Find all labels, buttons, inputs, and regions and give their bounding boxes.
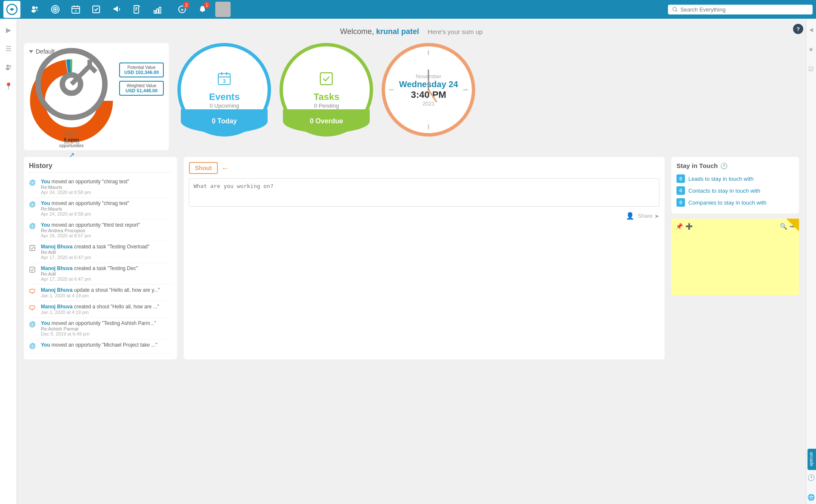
events-today: 0 Today <box>181 109 268 133</box>
pin-icon[interactable]: 📌 <box>676 223 683 230</box>
shout-avatar-icon: 👤 <box>626 212 634 220</box>
shout-footer: 👤 Share ➤ <box>189 212 659 220</box>
history-content: You moved an opportunity "chirag test" R… <box>41 179 172 195</box>
donut-pct-label: 1063% <box>29 131 114 137</box>
history-item: Manoj Bhuva created a task "Testing Over… <box>29 241 172 263</box>
events-widget[interactable]: 3 Events 0 Upcoming 0 Today <box>177 43 271 137</box>
donut-center-sub: opportunities <box>29 143 114 149</box>
welcome-name: krunal patel <box>376 27 419 36</box>
right-sidebar-check[interactable]: ☑ <box>805 62 816 76</box>
svg-point-46 <box>30 180 35 185</box>
shout-input[interactable] <box>189 178 659 207</box>
sidebar-location-btn[interactable]: 📍 <box>2 79 15 93</box>
top-navigation: 3 ★ 3 <box>0 0 816 19</box>
stay-badge-count: 0 <box>676 174 685 183</box>
potential-label: Potential Value <box>124 65 159 70</box>
svg-point-66 <box>30 344 35 349</box>
sticky-note: 📌 ➕ 🔍 ➡ <box>671 219 799 295</box>
stay-touch-link[interactable]: Contacts to stay in touch with <box>688 188 760 194</box>
svg-line-68 <box>32 343 33 343</box>
nav-calendar-btn[interactable]: 3 <box>66 0 85 19</box>
nav-chart-btn[interactable] <box>148 0 167 19</box>
clock-widget-wrapper: November Wednesday 24 3:40 PM 2021 <box>382 43 475 137</box>
history-type-icon <box>29 245 37 253</box>
nav-people-btn[interactable] <box>26 0 44 19</box>
svg-rect-39 <box>320 73 332 85</box>
stay-touch-link[interactable]: Leads to stay in touch with <box>688 176 753 182</box>
svg-text:3: 3 <box>75 9 77 12</box>
svg-point-23 <box>673 7 676 11</box>
donut-chart[interactable]: 1063% 6 open opportunities ↗ <box>29 58 114 143</box>
events-title: Events <box>209 91 240 103</box>
logo[interactable] <box>3 1 20 18</box>
arcade-badge[interactable]: arcade <box>807 449 816 470</box>
weighted-value-box: Weighted Value USD 51,448.00 <box>119 81 164 96</box>
shout-header: Shout ← <box>189 162 659 174</box>
sticky-corner-fold <box>786 219 799 231</box>
svg-point-3 <box>36 7 38 9</box>
stay-touch-title: Stay in Touch 🕐 <box>676 162 794 169</box>
nav-bell-btn[interactable]: 1 <box>193 0 212 19</box>
sidebar-people-btn[interactable] <box>2 60 15 74</box>
history-list: You moved an opportunity "chirag test" R… <box>29 176 172 354</box>
history-item: You moved an opportunity "chirag test" R… <box>29 198 172 219</box>
svg-point-1 <box>32 6 35 9</box>
svg-rect-13 <box>134 6 139 13</box>
stay-badge-count: 0 <box>676 186 685 195</box>
svg-rect-17 <box>154 11 156 13</box>
user-avatar[interactable] <box>215 2 231 17</box>
add-icon[interactable]: ➕ <box>685 223 693 230</box>
history-type-icon <box>29 266 37 275</box>
search-icon <box>672 6 678 12</box>
right-sidebar-arrow[interactable]: ◀ <box>805 23 816 37</box>
svg-point-54 <box>30 224 35 229</box>
right-sidebar-globe[interactable]: 🌐 <box>805 490 816 504</box>
svg-line-65 <box>34 322 35 322</box>
history-item: You moved an opportunity "chirag test" R… <box>29 176 172 198</box>
svg-rect-18 <box>157 9 158 13</box>
donut-widget: Default <box>24 43 169 150</box>
stay-badge-count: 0 <box>676 198 685 207</box>
sidebar-play-btn[interactable]: ▶ <box>2 23 15 37</box>
right-sidebar-clock[interactable]: 🕐 <box>805 471 816 484</box>
history-content: Manoj Bhuva created a shout "Hello all, … <box>41 304 172 315</box>
stay-touch-list: 0 Leads to stay in touch with 0 Contacts… <box>676 173 794 208</box>
search-input[interactable] <box>680 6 808 13</box>
stay-touch-box: Stay in Touch 🕐 0 Leads to stay in touch… <box>671 157 799 214</box>
bell-count: 1 <box>203 2 210 9</box>
nav-document-btn[interactable] <box>128 0 146 19</box>
svg-rect-22 <box>202 11 203 12</box>
donut-link-icon[interactable]: ↗ <box>29 151 114 160</box>
nav-target-btn[interactable] <box>46 0 65 19</box>
potential-value-box: Potential Value USD 102,346.00 <box>119 63 164 77</box>
right-sidebar-star[interactable]: ★ <box>805 43 816 56</box>
sidebar-list-btn[interactable]: ☰ <box>2 42 15 55</box>
svg-line-57 <box>34 224 35 224</box>
nav-badge-btn[interactable]: ★ 3 <box>173 0 191 19</box>
stay-touch-link[interactable]: Companies to stay in touch with <box>688 199 767 206</box>
svg-point-55 <box>31 225 34 228</box>
svg-point-63 <box>31 323 34 326</box>
svg-line-53 <box>34 202 35 202</box>
badge-count: 3 <box>183 2 190 9</box>
weighted-label: Weighted Value <box>124 83 159 88</box>
history-type-icon <box>29 305 37 313</box>
history-content: Manoj Bhuva update a shout "Hello all, h… <box>41 287 172 298</box>
nav-megaphone-btn[interactable] <box>107 0 126 19</box>
history-type-icon <box>29 223 37 231</box>
svg-point-51 <box>31 203 34 206</box>
search-box[interactable] <box>668 5 813 14</box>
history-item: Manoj Bhuva created a task "Testing Dec"… <box>29 263 172 285</box>
tasks-overdue: 0 Overdue <box>283 109 370 133</box>
share-button[interactable]: Share ➤ <box>638 213 659 219</box>
help-btn[interactable]: ? <box>793 24 803 34</box>
donut-target-icon <box>29 42 114 131</box>
shout-button[interactable]: Shout <box>189 162 218 174</box>
history-item: Manoj Bhuva update a shout "Hello all, h… <box>29 285 172 301</box>
history-type-icon <box>29 179 37 188</box>
events-widget-wrapper: 3 Events 0 Upcoming 0 Today <box>177 43 271 137</box>
nav-tasks-btn[interactable] <box>87 0 106 19</box>
tasks-widget[interactable]: Tasks 0 Pending 0 Overdue <box>280 43 373 137</box>
history-panel: History You moved an opportunity "chirag… <box>24 157 177 359</box>
left-sidebar: ▶ ☰ 📍 <box>0 19 17 504</box>
